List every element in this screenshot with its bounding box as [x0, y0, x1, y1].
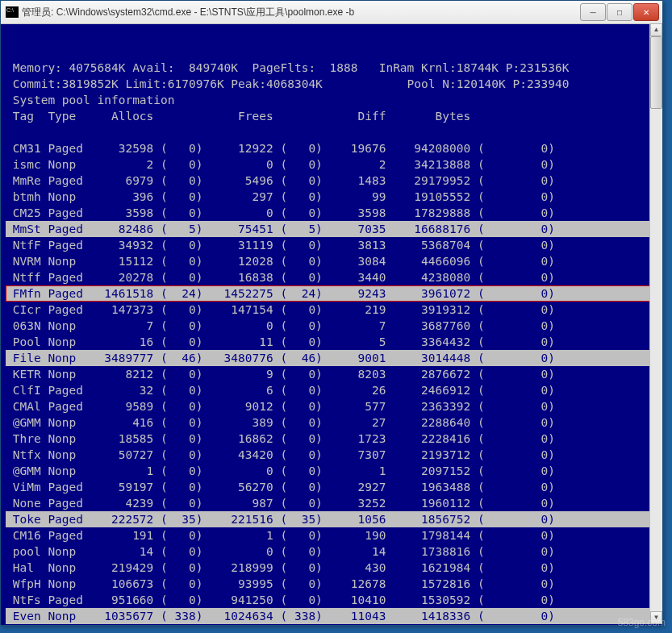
table-row: Thre Nonp 18585 ( 0) 16862 ( 0) 1723 222…	[6, 431, 657, 447]
table-row: KETR Nonp 8212 ( 0) 9 ( 0) 8203 2876672 …	[6, 366, 657, 382]
table-row: File Nonp 3489777 ( 46) 3480776 ( 46) 90…	[6, 350, 657, 366]
table-row: System pool information	[6, 92, 657, 108]
table-row: CMAl Paged 9589 ( 0) 9012 ( 0) 577 23633…	[6, 398, 657, 414]
table-row: Commit:3819852K Limit:6170976K Peak:4068…	[6, 76, 657, 92]
table-row: WfpH Nonp 106673 ( 0) 93995 ( 0) 12678 1…	[6, 576, 657, 592]
close-button[interactable]: ✕	[633, 3, 659, 21]
table-row: MmSt Paged 82486 ( 5) 75451 ( 5) 7035 16…	[6, 221, 657, 237]
table-row: ClfI Paged 32 ( 0) 6 ( 0) 26 2466912 ( 0…	[6, 382, 657, 398]
window-buttons: ─ □ ✕	[579, 3, 659, 21]
vertical-scrollbar[interactable]: ▲ ▼	[649, 23, 662, 624]
table-row: Memory: 4075684K Avail: 849740K PageFlts…	[6, 60, 657, 76]
table-row: btmh Nonp 396 ( 0) 297 ( 0) 99 19105552 …	[6, 189, 657, 205]
table-row: @GMM Nonp 416 ( 0) 389 ( 0) 27 2288640 (…	[6, 414, 657, 431]
maximize-button[interactable]: □	[607, 3, 632, 21]
table-row: NVRM Nonp 15112 ( 0) 12028 ( 0) 3084 446…	[6, 253, 657, 269]
titlebar[interactable]: 管理员: C:\Windows\system32\cmd.exe - E:\ST…	[1, 1, 662, 24]
table-row: None Paged 4239 ( 0) 987 ( 0) 3252 19601…	[6, 495, 657, 511]
table-row: MmRe Paged 6979 ( 0) 5496 ( 0) 1483 2917…	[6, 173, 657, 189]
table-row: NtFs Paged 951660 ( 0) 941250 ( 0) 10410…	[6, 592, 657, 608]
table-row: Ntff Paged 20278 ( 0) 16838 ( 0) 3440 42…	[6, 269, 657, 285]
table-row: CM16 Paged 191 ( 0) 1 ( 0) 190 1798144 (…	[6, 527, 657, 543]
table-row: Pool Nonp 16 ( 0) 11 ( 0) 5 3364432 ( 0)	[6, 334, 657, 350]
table-row: Ntfx Nonp 50727 ( 0) 43420 ( 0) 7307 219…	[6, 447, 657, 463]
scroll-thumb[interactable]	[650, 36, 662, 109]
table-row: Toke Paged 222572 ( 35) 221516 ( 35) 105…	[6, 511, 657, 527]
cmd-window: 管理员: C:\Windows\system32\cmd.exe - E:\ST…	[0, 0, 663, 626]
console-output: Memory: 4075684K Avail: 849740K PageFlts…	[1, 24, 662, 625]
watermark: 583go.com	[618, 617, 666, 628]
table-row: FMfn Paged 1461518 ( 24) 1452275 ( 24) 9…	[6, 285, 657, 302]
table-row: 063N Nonp 7 ( 0) 0 ( 0) 7 3687760 ( 0)	[6, 318, 657, 334]
table-row: ismc Nonp 2 ( 0) 0 ( 0) 2 34213888 ( 0)	[6, 156, 657, 173]
minimize-button[interactable]: ─	[580, 3, 606, 21]
table-row: Tag Type Allocs Frees Diff Bytes	[6, 108, 657, 124]
table-row: FMsl Nonp 47598 ( 0) 40342 ( 0) 7256 139…	[6, 624, 657, 625]
table-row: CM25 Paged 3598 ( 0) 0 ( 0) 3598 1782988…	[6, 205, 657, 221]
table-row: NtfF Paged 34932 ( 0) 31119 ( 0) 3813 53…	[6, 237, 657, 253]
table-row: Hal Nonp 219429 ( 0) 218999 ( 0) 430 162…	[6, 560, 657, 576]
table-row: CM31 Paged 32598 ( 0) 12922 ( 0) 19676 9…	[6, 140, 657, 156]
table-row: pool Nonp 14 ( 0) 0 ( 0) 14 1738816 ( 0)	[6, 543, 657, 560]
scroll-up-button[interactable]: ▲	[650, 23, 662, 36]
table-row: Even Nonp 1035677 ( 338) 1024634 ( 338) …	[6, 608, 657, 624]
table-row: @GMM Nonp 1 ( 0) 0 ( 0) 1 2097152 ( 0)	[6, 463, 657, 479]
cmd-icon	[6, 6, 19, 18]
table-row: CIcr Paged 147373 ( 0) 147154 ( 0) 219 3…	[6, 302, 657, 318]
window-title: 管理员: C:\Windows\system32\cmd.exe - E:\ST…	[22, 6, 579, 19]
table-row: ViMm Paged 59197 ( 0) 56270 ( 0) 2927 19…	[6, 479, 657, 495]
